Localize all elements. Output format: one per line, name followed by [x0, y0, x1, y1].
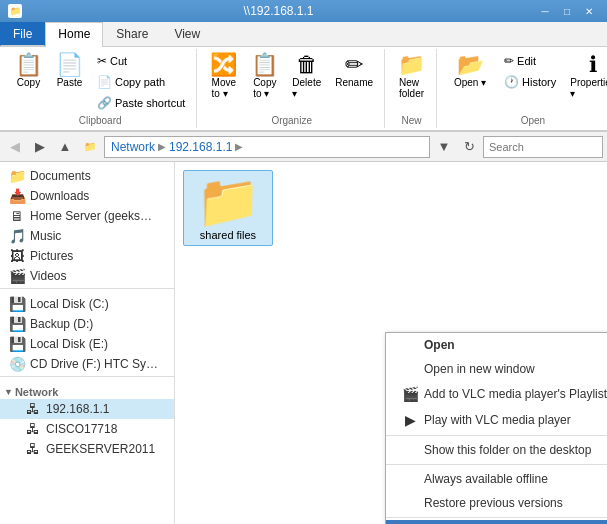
sidebar-item-pictures-label: Pictures	[30, 249, 73, 263]
breadcrumb: Network ▶ 192.168.1.1 ▶	[104, 136, 430, 158]
network-group-label: Network	[15, 386, 58, 398]
breadcrumb-ip[interactable]: 192.168.1.1	[169, 140, 232, 154]
videos-icon: 🎬	[8, 268, 26, 284]
ribbon-group-organize: 🔀 Moveto ▾ 📋 Copyto ▾ 🗑 Delete▾ ✏ Rename…	[199, 49, 385, 128]
ctx-vlc-playlist[interactable]: 🎬 Add to VLC media player's Playlist	[386, 381, 607, 407]
sidebar-item-geekserver[interactable]: 🖧 GEEKSERVER2011	[0, 439, 174, 459]
cut-button[interactable]: ✂ Cut	[92, 51, 190, 71]
copy-path-button[interactable]: 📄 Copy path	[92, 72, 190, 92]
breadcrumb-sep-2: ▶	[235, 141, 243, 152]
sidebar-group-network[interactable]: ▼ Network	[0, 382, 174, 399]
geekserver-icon: 🖧	[24, 441, 42, 457]
tab-view[interactable]: View	[161, 22, 213, 47]
content-area: 📁 shared files Open Open in new window 🎬…	[175, 162, 607, 524]
ctx-vlc-play[interactable]: ▶ Play with VLC media player	[386, 407, 607, 433]
folder-item-shared[interactable]: 📁 shared files	[183, 170, 273, 246]
ctx-sep-3	[386, 517, 607, 518]
properties-button[interactable]: ℹ Properties▾	[565, 51, 607, 102]
up-button[interactable]: ▲	[54, 136, 76, 158]
move-to-button[interactable]: 🔀 Moveto ▾	[205, 51, 242, 102]
sidebar-item-music[interactable]: 🎵 Music	[0, 226, 174, 246]
copy-to-button[interactable]: 📋 Copyto ▾	[246, 51, 283, 102]
rename-button[interactable]: ✏ Rename	[330, 51, 378, 91]
ctx-sep-2	[386, 464, 607, 465]
paste-shortcut-button[interactable]: 🔗 Paste shortcut	[92, 93, 190, 113]
sidebar-separator-2	[0, 376, 174, 380]
sidebar-item-cisco-label: CISCO17718	[46, 422, 117, 436]
recent-locations-button[interactable]: 📁	[79, 136, 101, 158]
close-button[interactable]: ✕	[579, 4, 599, 18]
edit-button[interactable]: ✏ Edit	[499, 51, 561, 71]
sidebar-item-192[interactable]: 🖧 192.168.1.1	[0, 399, 174, 419]
ctx-restore-versions[interactable]: Restore previous versions	[386, 491, 607, 515]
breadcrumb-network[interactable]: Network	[111, 140, 155, 154]
sidebar-item-videos[interactable]: 🎬 Videos	[0, 266, 174, 286]
delete-button[interactable]: 🗑 Delete▾	[287, 51, 326, 102]
ctx-pin-to-start[interactable]: 📌 Pin to Start ↖	[386, 520, 607, 524]
sidebar-item-downloads-label: Downloads	[30, 189, 89, 203]
delete-label: Delete▾	[292, 77, 321, 99]
tab-file[interactable]: File	[0, 22, 45, 46]
ribbon-body: 📋 Copy 📄 Paste ✂ Cut 📄 Copy path	[0, 47, 607, 131]
edit-label: Edit	[517, 55, 536, 67]
maximize-button[interactable]: □	[557, 4, 577, 18]
refresh-button[interactable]: ↻	[458, 136, 480, 158]
cd-icon: 💿	[8, 356, 26, 372]
search-input[interactable]	[483, 136, 603, 158]
sidebar-item-locale[interactable]: 💾 Local Disk (E:)	[0, 334, 174, 354]
new-folder-button[interactable]: 📁 Newfolder	[393, 51, 430, 102]
tab-share[interactable]: Share	[103, 22, 161, 47]
open-icon: 📂	[457, 54, 484, 76]
paste-button[interactable]: 📄 Paste	[51, 51, 88, 91]
ribbon-tabs: File Home Share View	[0, 22, 607, 47]
ctx-open-new-window[interactable]: Open in new window	[386, 357, 607, 381]
open-button[interactable]: 📂 Open ▾	[445, 51, 495, 91]
music-icon: 🎵	[8, 228, 26, 244]
sidebar-item-music-label: Music	[30, 229, 61, 243]
ctx-sep-1	[386, 435, 607, 436]
properties-label: Properties▾	[570, 77, 607, 99]
sidebar-item-backup[interactable]: 💾 Backup (D:)	[0, 314, 174, 334]
app-icon: 📁	[8, 4, 22, 18]
new-folder-icon: 📁	[398, 54, 425, 76]
ctx-open-label: Open	[424, 338, 455, 352]
open-small-buttons: ✏ Edit 🕐 History	[499, 51, 561, 92]
sidebar-item-cd[interactable]: 💿 CD Drive (F:) HTC Sy…	[0, 354, 174, 374]
sidebar-item-cisco[interactable]: 🖧 CISCO17718	[0, 419, 174, 439]
back-button[interactable]: ◀	[4, 136, 26, 158]
sidebar-item-downloads[interactable]: 📥 Downloads	[0, 186, 174, 206]
forward-button[interactable]: ▶	[29, 136, 51, 158]
ctx-vlc-playlist-label: Add to VLC media player's Playlist	[424, 387, 607, 401]
history-button[interactable]: 🕐 History	[499, 72, 561, 92]
title-bar: 📁 \\192.168.1.1 ─ □ ✕	[0, 0, 607, 22]
ctx-vlc-play-icon: ▶	[402, 412, 418, 428]
copy-path-icon: 📄	[97, 75, 112, 89]
sidebar-item-documents-label: Documents	[30, 169, 91, 183]
copy-button[interactable]: 📋 Copy	[10, 51, 47, 91]
address-dropdown-button[interactable]: ▼	[433, 136, 455, 158]
cut-label: Cut	[110, 55, 127, 67]
sidebar-item-homeserver[interactable]: 🖥 Home Server (geeks…	[0, 206, 174, 226]
cisco-icon: 🖧	[24, 421, 42, 437]
new-items: 📁 Newfolder	[393, 51, 430, 113]
sidebar-item-documents[interactable]: 📁 Documents	[0, 166, 174, 186]
paste-shortcut-icon: 🔗	[97, 96, 112, 110]
clipboard-small-buttons: ✂ Cut 📄 Copy path 🔗 Paste shortcut	[92, 51, 190, 113]
copy-icon: 📋	[15, 54, 42, 76]
organize-items: 🔀 Moveto ▾ 📋 Copyto ▾ 🗑 Delete▾ ✏ Rename	[205, 51, 378, 113]
tab-home[interactable]: Home	[45, 22, 103, 47]
localc-icon: 💾	[8, 296, 26, 312]
minimize-button[interactable]: ─	[535, 4, 555, 18]
sidebar-item-pictures[interactable]: 🖼 Pictures	[0, 246, 174, 266]
sidebar-item-localc[interactable]: 💾 Local Disk (C:)	[0, 294, 174, 314]
history-label: History	[522, 76, 556, 88]
copy-label: Copy	[17, 77, 40, 88]
ctx-always-offline-label: Always available offline	[424, 472, 548, 486]
shared-folder-icon: 📁	[196, 175, 261, 227]
move-to-label: Moveto ▾	[212, 77, 236, 99]
paste-label: Paste	[57, 77, 83, 88]
ctx-show-desktop[interactable]: Show this folder on the desktop	[386, 438, 607, 462]
ctx-open[interactable]: Open	[386, 333, 607, 357]
ctx-always-offline[interactable]: Always available offline	[386, 467, 607, 491]
downloads-icon: 📥	[8, 188, 26, 204]
